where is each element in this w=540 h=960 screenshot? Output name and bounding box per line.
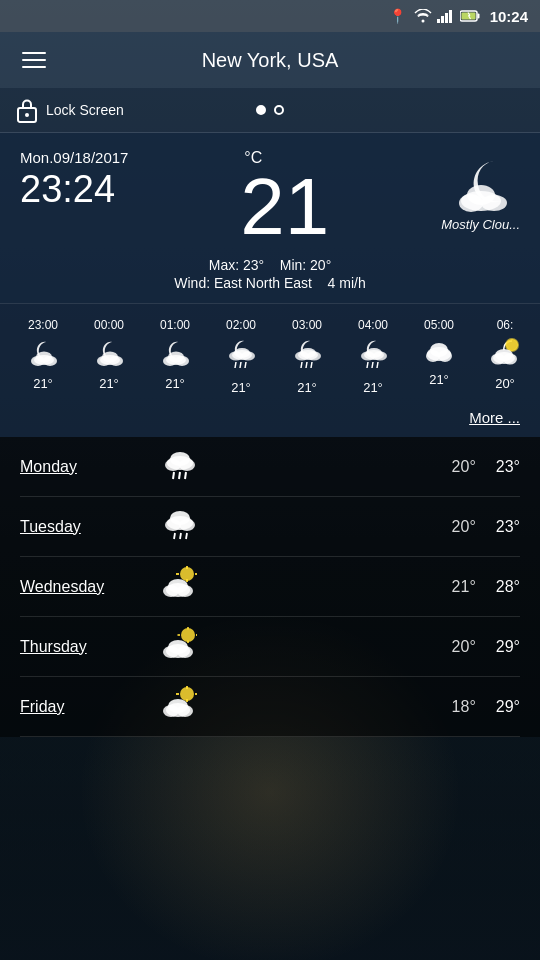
weather-temperature: °C 21	[240, 149, 329, 247]
hourly-item: 06: 20°	[472, 314, 538, 399]
hourly-temp: 20°	[495, 376, 515, 391]
svg-point-81	[168, 579, 188, 593]
svg-point-32	[234, 348, 250, 358]
svg-point-91	[180, 687, 194, 701]
daily-temps: 20°23°	[452, 518, 520, 536]
hourly-item: 02:00 21°	[208, 314, 274, 399]
daily-temps: 20°29°	[452, 638, 520, 656]
weather-description: Mostly Clou...	[441, 217, 520, 232]
wind-direction: East North East	[214, 275, 312, 291]
partly-sunny-icon	[150, 566, 210, 607]
daily-day[interactable]: Wednesday	[20, 578, 150, 596]
svg-rect-3	[445, 13, 448, 23]
more-button[interactable]: More ...	[469, 409, 520, 426]
partly-cloudy-icon	[490, 338, 520, 370]
svg-rect-6	[477, 14, 479, 19]
more-button-container: More ...	[0, 405, 540, 437]
hourly-time: 00:00	[94, 318, 124, 332]
svg-point-62	[170, 452, 190, 466]
svg-point-82	[181, 628, 195, 642]
hourly-item: 00:00 21°	[76, 314, 142, 399]
lock-screen-button[interactable]: Lock Screen	[16, 97, 124, 123]
svg-point-46	[366, 348, 382, 358]
daily-day[interactable]: Thursday	[20, 638, 150, 656]
svg-line-42	[311, 362, 312, 368]
daily-row: Monday 20°23°	[20, 437, 520, 497]
daily-row: Thursday 20°29°	[20, 617, 520, 677]
partly-cloudy-night-icon	[160, 338, 190, 370]
weather-top: Mon.09/18/2017 23:24 °C 21 Mostly Clou..…	[20, 149, 520, 247]
daily-temps: 20°23°	[452, 458, 520, 476]
wifi-icon	[414, 9, 432, 23]
daily-section: Monday 20°23°Tuesday 20°23°Wednesday	[0, 437, 540, 737]
hourly-temp: 21°	[165, 376, 185, 391]
rain-night-icon	[226, 338, 256, 374]
daily-min-temp: 21°	[452, 578, 476, 596]
hourly-time: 06:	[497, 318, 514, 332]
max-label: Max:	[209, 257, 239, 273]
hourly-item: 23:00 21°	[10, 314, 76, 399]
daily-row: Friday 18°29°	[20, 677, 520, 737]
menu-button[interactable]	[16, 46, 52, 74]
svg-point-58	[495, 349, 513, 361]
svg-point-69	[170, 511, 190, 525]
hourly-temp: 21°	[363, 380, 383, 395]
hourly-time: 04:00	[358, 318, 388, 332]
lock-screen-label: Lock Screen	[46, 102, 124, 118]
page-dot-1[interactable]	[256, 105, 266, 115]
hourly-time: 23:00	[28, 318, 58, 332]
svg-line-47	[367, 362, 368, 368]
rain-icon	[150, 445, 210, 488]
menu-icon	[22, 59, 46, 61]
partly-cloudy-night-icon	[94, 338, 124, 370]
daily-temps: 18°29°	[452, 698, 520, 716]
signal-icon	[437, 9, 455, 23]
weather-card: Mon.09/18/2017 23:24 °C 21 Mostly Clou..…	[0, 132, 540, 303]
svg-line-70	[174, 533, 175, 539]
svg-point-24	[102, 352, 118, 363]
wind-label: Wind:	[174, 275, 210, 291]
svg-point-12	[25, 113, 29, 117]
svg-rect-1	[437, 19, 440, 23]
daily-day[interactable]: Friday	[20, 698, 150, 716]
hourly-item: 01:00 21°	[142, 314, 208, 399]
svg-line-64	[179, 472, 180, 479]
temp-value: 21	[240, 167, 329, 247]
city-name: New York, USA	[202, 49, 339, 72]
weather-minmax: Max: 23° Min: 20°	[20, 257, 520, 273]
menu-icon	[22, 52, 46, 54]
svg-line-40	[301, 362, 302, 368]
hourly-temp: 21°	[429, 372, 449, 387]
status-bar: 📍 10:24	[0, 0, 540, 32]
daily-max-temp: 29°	[496, 698, 520, 716]
hourly-item: 04:00 21°	[340, 314, 406, 399]
svg-point-0	[421, 20, 424, 23]
weather-wind: Wind: East North East 4 mi/h	[20, 275, 520, 291]
daily-max-temp: 28°	[496, 578, 520, 596]
svg-line-49	[377, 362, 378, 368]
rain-night-icon	[358, 338, 388, 374]
max-temp: 23	[243, 257, 259, 273]
wind-speed: 4 mi/h	[328, 275, 366, 291]
hourly-scroll[interactable]: 23:00 21°00:00 21°01:00 21°02:00	[0, 314, 540, 399]
svg-line-34	[240, 362, 241, 368]
daily-max-temp: 23°	[496, 458, 520, 476]
header: New York, USA	[0, 32, 540, 88]
hourly-temp: 21°	[231, 380, 251, 395]
min-temp: 20	[310, 257, 326, 273]
daily-max-temp: 23°	[496, 518, 520, 536]
svg-point-53	[430, 343, 448, 357]
daily-day[interactable]: Monday	[20, 458, 150, 476]
location-icon: 📍	[389, 8, 406, 24]
svg-line-48	[372, 362, 373, 368]
daily-day[interactable]: Tuesday	[20, 518, 150, 536]
daily-min-temp: 20°	[452, 638, 476, 656]
daily-min-temp: 20°	[452, 458, 476, 476]
svg-line-35	[245, 362, 246, 368]
svg-rect-2	[441, 16, 444, 23]
partly-cloudy-night-icon	[28, 338, 58, 370]
hourly-temp: 21°	[33, 376, 53, 391]
weather-condition: Mostly Clou...	[441, 153, 520, 232]
daily-max-temp: 29°	[496, 638, 520, 656]
page-dot-2[interactable]	[274, 105, 284, 115]
